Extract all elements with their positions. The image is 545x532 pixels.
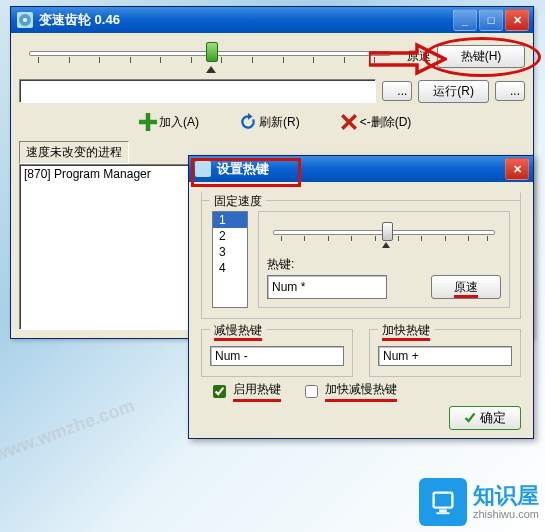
- fast-hotkey-input[interactable]: [378, 346, 512, 366]
- add-label: 加入(A): [159, 114, 199, 131]
- dialog-speed-slider[interactable]: [267, 222, 501, 248]
- slow-hotkey-group: 减慢热键: [201, 329, 353, 377]
- enable-checkbox-input[interactable]: [213, 385, 226, 398]
- hotkey-button[interactable]: 热键(H): [437, 45, 525, 68]
- list-item[interactable]: 2: [213, 228, 247, 244]
- list-item[interactable]: 3: [213, 244, 247, 260]
- slow-hotkey-input[interactable]: [210, 346, 344, 366]
- fast-hotkey-group: 加快热键: [369, 329, 521, 377]
- command-input[interactable]: [19, 79, 376, 103]
- orig-speed-label: 原速: [407, 48, 431, 65]
- watermark: www.wmzhe.com: [0, 395, 137, 465]
- accel-checkbox-input[interactable]: [305, 385, 318, 398]
- orig-speed-button[interactable]: 原速: [431, 275, 501, 299]
- hotkey-dialog: 设置热键 ✕ 固定速度 1 2 3 4: [188, 155, 534, 439]
- more-button[interactable]: ...: [495, 81, 525, 101]
- hotkey-input[interactable]: [267, 275, 387, 299]
- browse-button[interactable]: ...: [382, 81, 412, 101]
- list-item[interactable]: [870] Program Manager: [24, 167, 184, 181]
- enable-label: 启用热键: [233, 381, 281, 402]
- check-icon: [464, 412, 476, 424]
- main-title: 变速齿轮 0.46: [39, 11, 120, 29]
- enable-hotkey-checkbox[interactable]: 启用热键: [209, 381, 281, 402]
- site-logo: 知识屋 zhishiwu.com: [419, 478, 539, 526]
- logo-cn: 知识屋: [473, 484, 539, 508]
- process-list[interactable]: [870] Program Manager: [19, 164, 189, 330]
- plus-icon: [139, 113, 157, 131]
- svg-rect-4: [439, 510, 447, 513]
- logo-icon: [419, 478, 467, 526]
- svg-rect-5: [436, 512, 449, 514]
- hotkey-label: 热键:: [267, 256, 423, 273]
- ok-label: 确定: [480, 409, 506, 427]
- list-item[interactable]: 1: [213, 212, 247, 228]
- speed-slider[interactable]: [19, 41, 401, 71]
- main-titlebar[interactable]: 变速齿轮 0.46 _ □ ✕: [11, 7, 533, 33]
- add-button[interactable]: 加入(A): [139, 113, 199, 131]
- run-button[interactable]: 运行(R): [418, 80, 489, 103]
- fixed-speed-legend: 固定速度: [210, 193, 266, 210]
- svg-point-1: [23, 18, 27, 22]
- maximize-button[interactable]: □: [479, 9, 503, 31]
- dialog-title: 设置热键: [217, 160, 269, 178]
- refresh-button[interactable]: 刷新(R): [239, 113, 300, 131]
- dialog-icon: [195, 161, 211, 177]
- refresh-icon: [239, 113, 257, 131]
- accel-label: 加快减慢热键: [325, 381, 397, 402]
- close-button[interactable]: ✕: [505, 9, 529, 31]
- accel-hotkey-checkbox[interactable]: 加快减慢热键: [301, 381, 397, 402]
- ok-button[interactable]: 确定: [449, 406, 521, 430]
- svg-rect-3: [434, 493, 453, 508]
- dialog-close-button[interactable]: ✕: [505, 158, 529, 180]
- delete-button[interactable]: <-删除(D): [340, 113, 412, 131]
- delete-icon: [340, 113, 358, 131]
- orig-speed-label: 原速: [454, 280, 478, 298]
- delete-label: <-删除(D): [360, 114, 412, 131]
- fixed-speed-group: 固定速度 1 2 3 4: [201, 192, 521, 319]
- app-icon: [17, 12, 33, 28]
- logo-en: zhishiwu.com: [473, 508, 539, 520]
- slow-legend: 减慢热键: [214, 323, 262, 341]
- preset-list[interactable]: 1 2 3 4: [212, 211, 248, 308]
- refresh-label: 刷新(R): [259, 114, 300, 131]
- dialog-titlebar[interactable]: 设置热键 ✕: [189, 156, 533, 182]
- process-section-label: 速度未改变的进程: [19, 141, 129, 164]
- minimize-button[interactable]: _: [453, 9, 477, 31]
- fast-legend: 加快热键: [382, 323, 430, 341]
- list-item[interactable]: 4: [213, 260, 247, 276]
